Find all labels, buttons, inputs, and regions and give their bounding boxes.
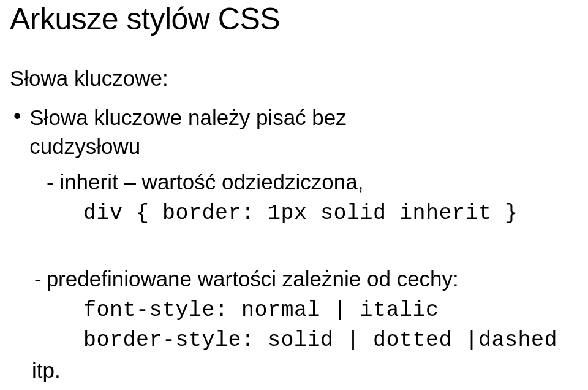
dash-marker: -: [34, 264, 42, 293]
section-subtitle: Słowa kluczowe:: [10, 66, 578, 91]
predefined-text: predefiniowane wartości zależnie od cech…: [47, 264, 459, 293]
predefined-description: - predefiniowane wartości zależnie od ce…: [10, 264, 578, 293]
font-style-code: font-style: normal | italic: [83, 296, 578, 326]
bullet-marker: •: [13, 102, 21, 130]
bullet-text-line1: Słowa kluczowe należy pisać bez: [29, 103, 578, 132]
bullet-text-line2: cudzysłowu: [29, 132, 578, 161]
border-style-code: border-style: solid | dotted |dashed: [83, 326, 578, 356]
slide-title: Arkusze stylów CSS: [10, 1, 578, 37]
etc-text: itp.: [32, 358, 578, 383]
inherit-code: div { border: 1px solid inherit }: [83, 199, 578, 229]
bullet-item-1: • Słowa kluczowe należy pisać bez cudzys…: [10, 103, 578, 161]
inherit-description: - inherit – wartość odziedziczona,: [47, 167, 578, 196]
